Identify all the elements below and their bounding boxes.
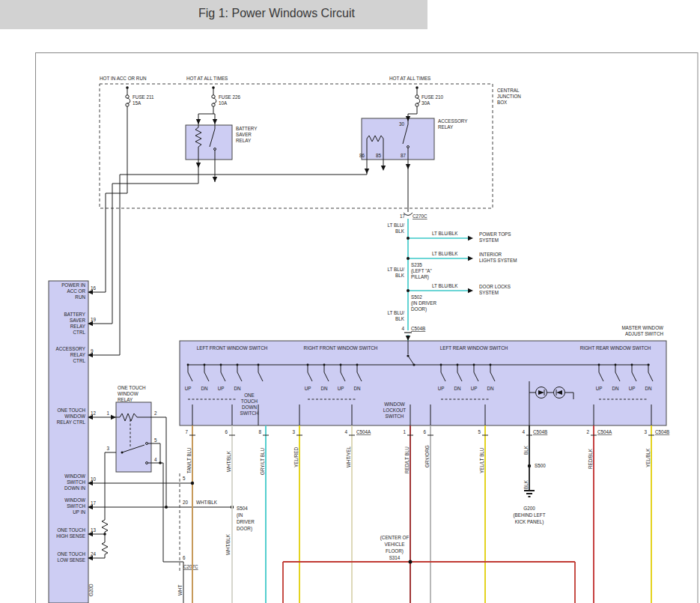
connector-pin: 5 xyxy=(183,476,186,481)
fuse-210-rating: 30A xyxy=(421,100,430,106)
relay-pin-number: 1 xyxy=(106,410,109,416)
figure-title: Fig 1: Power Windows Circuit xyxy=(198,7,355,20)
switch-position-label: DN xyxy=(234,386,241,391)
interior-lights-system-label: LIGHTS SYSTEM xyxy=(479,258,517,263)
connector-pin: 20 xyxy=(183,500,189,505)
switch-section-title: LEFT REAR WINDOW SWITCH xyxy=(440,345,508,351)
gem-pin-number: 12 xyxy=(91,410,97,416)
gem-pin-number: 17 xyxy=(91,500,97,506)
splice-s314-label: VEHICLE xyxy=(385,542,405,547)
hot-at-all-times-label: HOT AT ALL TIMES xyxy=(389,76,430,81)
connector-c504b: C504B xyxy=(411,326,425,331)
gem-pin-number: 9 xyxy=(91,348,94,354)
splice-s504-label: S504 xyxy=(237,506,248,511)
connector-pin: 17 xyxy=(400,213,406,219)
connector-pin: 4 xyxy=(344,429,347,434)
relay-pin-number: 2 xyxy=(154,410,157,416)
interior-lights-system-label: INTERIOR xyxy=(479,252,502,257)
wiring-diagram: CENTRAL JUNCTION BOX HOT IN ACC OR RUN H… xyxy=(35,52,699,603)
connector-c504a: C504A xyxy=(356,429,371,434)
gem-pin-number: 16 xyxy=(91,285,97,291)
switch-position-label: DN xyxy=(201,386,208,391)
switch-position-label: DN xyxy=(645,386,652,391)
gem-row-label: SWITCH xyxy=(67,503,85,509)
splice-s504-label: DOOR) xyxy=(237,526,252,532)
gem-row-label: ONE TOUCH xyxy=(57,527,85,533)
door-locks-system-label: DOOR LOCKS xyxy=(479,284,511,289)
switch-position-label: UP xyxy=(185,386,192,391)
fuse-210-label: FUSE 210 xyxy=(421,94,444,100)
switch-position-label: UP xyxy=(438,386,445,391)
accessory-relay-label: ACCESSORY xyxy=(438,118,468,124)
gem-row-label: SWITCH xyxy=(67,479,85,485)
connector-pin: 3 xyxy=(644,429,647,434)
wire-color-label: LT BLU/BLK xyxy=(432,283,458,288)
gem-row-label: SAVER xyxy=(70,318,85,323)
gem-row-label: WINDOW xyxy=(64,413,85,419)
master-switch-title: ADJUST SWITCH xyxy=(625,331,663,336)
one-touch-down-label: SWITCH xyxy=(240,410,259,416)
gem-pin-number: 10 xyxy=(91,476,97,482)
ground-g200-label: (BEHIND LEFT xyxy=(513,512,545,518)
switch-section-title: LEFT FRONT WINDOW SWITCH xyxy=(197,345,268,351)
one-touch-relay-label: RELAY xyxy=(118,397,133,402)
connector-pin: 5 xyxy=(478,429,481,434)
connector-c207c: C207C xyxy=(183,564,198,569)
splice-s504-label: (IN xyxy=(237,512,243,518)
wire-color-label: BLK xyxy=(395,316,405,321)
gem-row-label: BATTERY xyxy=(64,312,86,317)
connector-c504b: C504B xyxy=(655,429,669,434)
wire-color-label: LT BLU/BLK xyxy=(432,231,458,236)
splice-s504-label: DRIVER xyxy=(237,519,255,524)
connector-pin: 6 xyxy=(423,429,426,434)
splice-s235-label: S235 xyxy=(411,262,422,267)
connector-pin: 7 xyxy=(185,429,188,434)
wire-color-label: YEL/BLK xyxy=(645,448,651,467)
gem-row-label: RUN xyxy=(75,294,85,300)
splice-s500-label: S500 xyxy=(535,463,546,468)
wire-color-label: LT BLU/ xyxy=(387,222,404,228)
wire-color-label: TAN/LT BLU xyxy=(186,447,192,473)
one-touch-down-label: ONE xyxy=(244,393,255,398)
ground-g200-label: G200 xyxy=(523,506,535,511)
wire-color-label: GRY/ORG xyxy=(424,445,430,467)
power-tops-system-label: POWER TOPS xyxy=(479,231,511,237)
relay-terminal-87: 87 xyxy=(401,153,407,158)
relay-pin-number: 4 xyxy=(154,457,157,462)
gem-row-label: RELAY CTRL xyxy=(57,419,86,425)
switch-position-label: UP xyxy=(218,386,225,391)
gem-row-label: LOW SENSE xyxy=(58,557,85,563)
gem-row-label: ONE TOUCH xyxy=(57,551,85,557)
gem-row-label: ONE TOUCH xyxy=(57,407,85,413)
wire-color-label: BLK xyxy=(523,445,529,455)
wire-color-label: BLK xyxy=(523,479,529,489)
wire-color-label: LT BLU/BLK xyxy=(432,251,458,256)
battery-saver-relay-label: SAVER xyxy=(236,132,252,137)
one-touch-down-label: DOWN xyxy=(242,404,257,410)
battery-saver-relay-label: BATTERY xyxy=(236,126,258,131)
one-touch-relay-label: WINDOW xyxy=(118,391,139,396)
gem-connector-label: G20D xyxy=(88,584,94,596)
gem-row-label: ACCESSORY xyxy=(56,346,86,351)
switch-position-label: DN xyxy=(320,386,328,391)
splice-s314-label: S314 xyxy=(389,555,401,560)
accessory-relay-label: RELAY xyxy=(438,124,454,130)
splice-s314-label: FLOOR) xyxy=(386,548,404,554)
connector-c504a: C504A xyxy=(597,429,612,434)
wire-color-label: RED/LT BLU xyxy=(404,446,410,473)
wire-color-label: WHT xyxy=(177,585,183,596)
wiring-diagram-panel: CENTRAL JUNCTION BOX HOT IN ACC OR RUN H… xyxy=(35,52,699,603)
switch-position-label: UP xyxy=(338,386,344,391)
wire-color-label: BLK xyxy=(395,273,405,278)
connector-c270c: C270C xyxy=(413,213,427,219)
switch-position-label: DN xyxy=(454,386,461,391)
gem-row-label: POWER IN xyxy=(61,282,85,288)
window-lockout-label: WINDOW xyxy=(384,402,405,407)
wire-color-label: GRY/LT BLU xyxy=(260,448,265,475)
switch-position-label: DN xyxy=(353,386,361,391)
wire-color-label: BLK xyxy=(395,228,405,234)
battery-saver-relay-box xyxy=(186,125,232,160)
switch-position-label: DN xyxy=(487,386,494,391)
relay-terminal-85: 85 xyxy=(376,153,382,158)
gem-row-label: RELAY xyxy=(70,324,86,329)
